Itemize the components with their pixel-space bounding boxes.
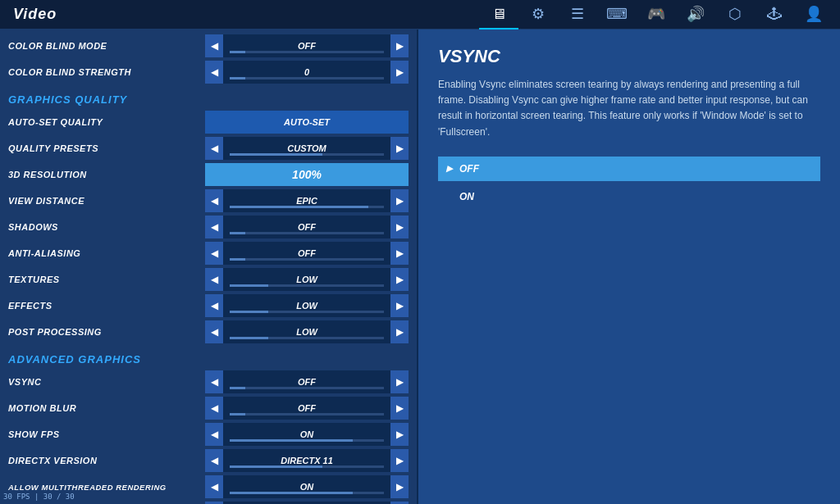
- arrow-left-color-blind-strength[interactable]: ◀: [205, 61, 223, 84]
- setting-row-shadows: SHADOWS ◀ OFF ▶: [0, 214, 417, 240]
- arrow-left-motion-blur[interactable]: ◀: [205, 397, 223, 420]
- tab-gear[interactable]: ⚙: [518, 0, 558, 30]
- slider-motion-blur: ◀ OFF ▶: [205, 397, 409, 420]
- slider-shadows: ◀ OFF ▶: [205, 216, 409, 238]
- setting-row-color-blind-strength: COLOR BLIND STRENGTH ◀ 0 ▶: [0, 59, 417, 85]
- section-header-advanced-graphics: ADVANCED GRAPHICS: [0, 345, 417, 369]
- tab-speaker[interactable]: 🔊: [676, 0, 715, 30]
- label-color-blind-strength: COLOR BLIND STRENGTH: [8, 67, 205, 77]
- arrow-right-shadows[interactable]: ▶: [390, 216, 409, 238]
- label-show-fps: SHOW FPS: [8, 429, 205, 439]
- value-text-anti-aliasing: OFF: [298, 248, 316, 258]
- slider-post-processing: ◀ LOW ▶: [205, 320, 409, 343]
- tab-gamepad[interactable]: 🎮: [637, 0, 676, 30]
- arrow-left-vsync[interactable]: ◀: [205, 370, 223, 393]
- tab-keyboard[interactable]: ⌨: [597, 0, 637, 30]
- arrow-right-vsync[interactable]: ▶: [390, 370, 409, 393]
- tab-monitor[interactable]: 🖥: [479, 0, 518, 30]
- value-text-color-blind-strength: 0: [304, 67, 309, 77]
- slider-multithreaded: ◀ ON ▶: [205, 475, 409, 498]
- slider-quality-presets: ◀ CUSTOM ▶: [205, 137, 409, 160]
- value-view-distance: EPIC: [223, 189, 390, 212]
- label-color-blind-mode: COLOR BLIND MODE: [8, 41, 205, 51]
- label-vsync: VSYNC: [8, 377, 205, 387]
- arrow-right-motion-blur[interactable]: ▶: [390, 397, 409, 420]
- value-text-view-distance: EPIC: [296, 196, 317, 206]
- slider-3d-resolution: 100%: [205, 163, 409, 186]
- arrow-right-directx-version[interactable]: ▶: [390, 449, 409, 472]
- option-off-label: OFF: [459, 163, 479, 175]
- arrow-right-color-blind-strength[interactable]: ▶: [390, 61, 409, 84]
- setting-row-auto-set-quality: AUTO-SET QUALITY AUTO-SET: [0, 109, 417, 135]
- slider-vsync: ◀ OFF ▶: [205, 370, 409, 393]
- arrow-right-color-blind-mode[interactable]: ▶: [390, 34, 409, 57]
- value-text-3d-resolution: 100%: [292, 168, 322, 181]
- arrow-left-multithreaded[interactable]: ◀: [205, 475, 223, 498]
- option-off[interactable]: ▶ OFF: [438, 157, 820, 181]
- arrow-right-view-distance[interactable]: ▶: [390, 189, 409, 212]
- arrow-left-post-processing[interactable]: ◀: [205, 320, 223, 343]
- section-header-graphics-quality: GRAPHICS QUALITY: [0, 85, 417, 109]
- setting-row-3d-resolution: 3D RESOLUTION 100%: [0, 161, 417, 188]
- tab-user[interactable]: 👤: [794, 0, 833, 30]
- value-text-quality-presets: CUSTOM: [287, 143, 326, 153]
- arrow-left-color-blind-mode[interactable]: ◀: [205, 34, 223, 57]
- value-text-vsync: OFF: [298, 377, 316, 387]
- arrow-left-view-distance[interactable]: ◀: [205, 189, 223, 212]
- setting-row-vsync: VSYNC ◀ OFF ▶: [0, 369, 417, 395]
- slider-effects: ◀ LOW ▶: [205, 294, 409, 317]
- value-anti-aliasing: OFF: [223, 242, 390, 265]
- arrow-left-shadows[interactable]: ◀: [205, 216, 223, 238]
- tab-network[interactable]: ⬡: [715, 0, 755, 30]
- arrow-right-post-processing[interactable]: ▶: [390, 320, 409, 343]
- arrow-right-quality-presets[interactable]: ▶: [390, 137, 409, 160]
- arrow-right-show-fps[interactable]: ▶: [390, 423, 409, 446]
- setting-row-effects: EFFECTS ◀ LOW ▶: [0, 293, 417, 319]
- value-textures: LOW: [223, 268, 390, 291]
- value-multithreaded: ON: [223, 475, 390, 498]
- arrow-left-directx-version[interactable]: ◀: [205, 449, 223, 472]
- label-3d-resolution: 3D RESOLUTION: [8, 170, 205, 179]
- setting-row-quality-presets: QUALITY PRESETS ◀ CUSTOM ▶: [0, 135, 417, 161]
- bullet-off-icon: ▶: [446, 164, 453, 173]
- value-3d-resolution: 100%: [205, 163, 409, 186]
- value-show-fps: ON: [223, 423, 390, 446]
- auto-set-button[interactable]: AUTO-SET: [205, 111, 409, 134]
- option-on[interactable]: ▶ ON: [438, 184, 820, 209]
- tab-controller2[interactable]: 🕹: [755, 0, 794, 30]
- setting-row-anti-aliasing: ANTI-ALIASING ◀ OFF ▶: [0, 240, 417, 266]
- title-bar: Video 🖥 ⚙ ☰ ⌨ 🎮 🔊 ⬡ 🕹 👤: [0, 0, 840, 30]
- page-title: Video: [13, 6, 57, 23]
- slider-view-distance: ◀ EPIC ▶: [205, 189, 409, 212]
- value-text-effects: LOW: [296, 301, 317, 311]
- arrow-right-textures[interactable]: ▶: [390, 268, 409, 291]
- arrow-right-anti-aliasing[interactable]: ▶: [390, 242, 409, 265]
- setting-row-motion-blur: MOTION BLUR ◀ OFF ▶: [0, 395, 417, 421]
- arrow-left-textures[interactable]: ◀: [205, 268, 223, 291]
- value-directx-version: DIRECTX 11: [223, 449, 390, 472]
- value-color-blind-strength: 0: [223, 61, 390, 84]
- value-post-processing: LOW: [223, 320, 390, 343]
- slider-color-blind-mode: ◀ OFF ▶: [205, 34, 409, 57]
- fps-counter: 30 FPS | 30 / 30: [3, 493, 75, 501]
- arrow-left-anti-aliasing[interactable]: ◀: [205, 242, 223, 265]
- value-vsync: OFF: [223, 370, 390, 393]
- value-quality-presets: CUSTOM: [223, 137, 390, 160]
- label-anti-aliasing: ANTI-ALIASING: [8, 248, 205, 258]
- right-panel-title: VSYNC: [438, 46, 820, 67]
- value-text-directx-version: DIRECTX 11: [281, 456, 333, 465]
- arrow-left-quality-presets[interactable]: ◀: [205, 137, 223, 160]
- label-view-distance: VIEW DISTANCE: [8, 196, 205, 206]
- arrow-right-effects[interactable]: ▶: [390, 294, 409, 317]
- arrow-right-multithreaded[interactable]: ▶: [390, 475, 409, 498]
- slider-directx-version: ◀ DIRECTX 11 ▶: [205, 449, 409, 472]
- left-panel: COLOR BLIND MODE ◀ OFF ▶ COLOR BLIND STR…: [0, 30, 418, 504]
- arrow-left-show-fps[interactable]: ◀: [205, 423, 223, 446]
- tab-list[interactable]: ☰: [558, 0, 597, 30]
- value-text-color-blind-mode: OFF: [298, 41, 316, 51]
- value-effects: LOW: [223, 294, 390, 317]
- nav-tabs: 🖥 ⚙ ☰ ⌨ 🎮 🔊 ⬡ 🕹 👤: [479, 0, 840, 30]
- arrow-left-effects[interactable]: ◀: [205, 294, 223, 317]
- setting-row-textures: TEXTURES ◀ LOW ▶: [0, 266, 417, 293]
- setting-row-color-blind-mode: COLOR BLIND MODE ◀ OFF ▶: [0, 33, 417, 59]
